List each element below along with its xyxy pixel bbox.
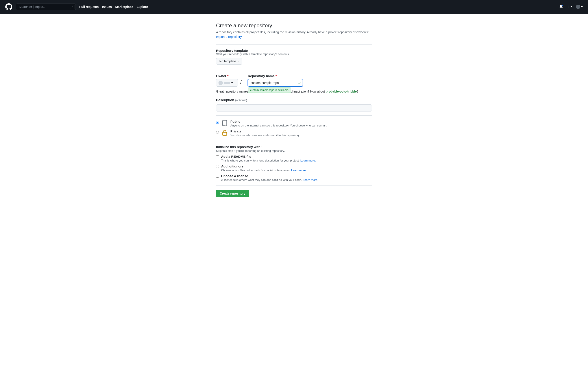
init-gitignore-checkbox[interactable] bbox=[216, 165, 219, 168]
template-select-button[interactable]: No template bbox=[216, 58, 242, 64]
owner-label: Owner * bbox=[216, 74, 242, 78]
repo-name-label: Repository name * bbox=[248, 74, 303, 78]
create-repository-button[interactable]: Create repository bbox=[216, 190, 249, 197]
page-subtitle: A repository contains all project files,… bbox=[216, 30, 372, 39]
owner-name-separator: / bbox=[240, 80, 242, 86]
nav-pull-requests[interactable]: Pull requests bbox=[79, 5, 99, 9]
search-box: / bbox=[16, 3, 76, 10]
owner-label-text: Owner bbox=[216, 74, 226, 78]
init-gitignore-desc: Choose which files not to track from a l… bbox=[221, 169, 306, 172]
search-input[interactable] bbox=[16, 3, 76, 10]
template-section-desc: Start your repository with a template re… bbox=[216, 53, 372, 56]
init-license-learn-more[interactable]: Learn more. bbox=[303, 178, 318, 182]
template-section-title: Repository template bbox=[216, 49, 372, 53]
visibility-private-title: Private bbox=[230, 129, 300, 133]
init-license-title: Choose a license bbox=[221, 174, 318, 178]
page-subtitle-text: A repository contains all project files,… bbox=[216, 30, 368, 34]
notifications-button[interactable] bbox=[559, 5, 563, 9]
divider bbox=[216, 141, 372, 141]
visibility-public-row: Public Anyone on the internet can see th… bbox=[216, 120, 372, 127]
user-menu[interactable] bbox=[576, 5, 583, 9]
create-new-menu[interactable] bbox=[567, 5, 572, 9]
divider bbox=[216, 185, 372, 186]
nav-issues[interactable]: Issues bbox=[102, 5, 112, 9]
divider bbox=[216, 70, 372, 70]
init-readme-learn-more[interactable]: Learn more. bbox=[300, 159, 316, 162]
required-star: * bbox=[227, 74, 229, 78]
visibility-private-desc: You choose who can see and commit to thi… bbox=[230, 134, 300, 137]
page-title: Create a new repository bbox=[216, 22, 372, 29]
nav-explore[interactable]: Explore bbox=[136, 5, 148, 9]
repo-icon bbox=[221, 120, 228, 126]
description-label: Description (optional) bbox=[216, 98, 372, 102]
init-readme-title: Add a README file bbox=[221, 155, 316, 158]
repo-name-field: Repository name * custom-sample-repo is … bbox=[248, 74, 303, 86]
init-section-title: Initialize this repository with: bbox=[216, 145, 372, 149]
main-content: Create a new repository A repository con… bbox=[212, 14, 376, 210]
github-logo-icon[interactable] bbox=[5, 3, 12, 10]
repo-name-label-text: Repository name bbox=[248, 74, 275, 78]
header-right bbox=[559, 5, 583, 9]
plus-icon bbox=[567, 5, 570, 9]
description-optional: (optional) bbox=[235, 98, 247, 102]
init-section-skip: Skip this step if you're importing an ex… bbox=[216, 149, 372, 152]
init-readme-desc: This is where you can write a long descr… bbox=[221, 159, 316, 162]
owner-select-button[interactable] bbox=[216, 79, 238, 86]
description-label-text: Description bbox=[216, 98, 234, 102]
lock-icon bbox=[221, 130, 228, 136]
inspiration-q: ? bbox=[357, 90, 358, 93]
visibility-public-desc: Anyone on the internet can see this repo… bbox=[230, 124, 327, 127]
init-gitignore-title: Add .gitignore bbox=[221, 164, 306, 168]
description-field: Description (optional) bbox=[216, 98, 372, 111]
import-repository-link[interactable]: Import a repository. bbox=[216, 35, 242, 39]
init-license-checkbox[interactable] bbox=[216, 175, 219, 178]
caret-down-icon bbox=[237, 61, 239, 62]
init-gitignore-desc-text: Choose which files not to track from a l… bbox=[221, 169, 291, 172]
visibility-private-row: Private You choose who can see and commi… bbox=[216, 129, 372, 137]
visibility-public-title: Public bbox=[230, 120, 327, 123]
visibility-public-radio[interactable] bbox=[216, 121, 219, 124]
caret-down-icon bbox=[581, 6, 583, 7]
template-select-label: No template bbox=[219, 60, 236, 63]
caret-down-icon bbox=[571, 6, 572, 7]
svg-rect-0 bbox=[223, 132, 227, 136]
owner-name-placeholder bbox=[224, 82, 230, 84]
owner-name-row: Owner * / Repository name * bbox=[216, 74, 372, 86]
init-readme-desc-text: This is where you can write a long descr… bbox=[221, 159, 300, 162]
divider bbox=[216, 44, 372, 45]
availability-tooltip: custom-sample-repo is available. bbox=[248, 87, 291, 93]
owner-field: Owner * / bbox=[216, 74, 242, 86]
nav-marketplace[interactable]: Marketplace bbox=[116, 5, 133, 9]
user-avatar bbox=[576, 5, 580, 9]
init-gitignore-row: Add .gitignore Choose which files not to… bbox=[216, 164, 372, 172]
init-gitignore-learn-more[interactable]: Learn more. bbox=[291, 169, 306, 172]
owner-avatar-placeholder bbox=[219, 81, 223, 85]
required-star: * bbox=[275, 74, 277, 78]
caret-down-icon bbox=[231, 82, 233, 83]
global-header: / Pull requests Issues Marketplace Explo… bbox=[0, 0, 588, 14]
primary-nav: Pull requests Issues Marketplace Explore bbox=[79, 5, 148, 9]
init-license-desc-text: A license tells others what they can and… bbox=[221, 178, 303, 182]
description-input[interactable] bbox=[216, 104, 372, 111]
search-shortcut-key: / bbox=[70, 5, 74, 9]
init-license-row: Choose a license A license tells others … bbox=[216, 174, 372, 182]
inspiration-text: Great repository names are short and mem… bbox=[216, 90, 372, 93]
check-icon bbox=[297, 81, 302, 85]
init-license-desc: A license tells others what they can and… bbox=[221, 178, 318, 182]
notification-indicator-dot bbox=[562, 4, 564, 6]
init-readme-row: Add a README file This is where you can … bbox=[216, 155, 372, 162]
inspiration-suggestion[interactable]: probable-octo-tribble bbox=[326, 90, 357, 93]
visibility-private-radio[interactable] bbox=[216, 131, 219, 134]
init-readme-checkbox[interactable] bbox=[216, 155, 219, 158]
repo-name-input[interactable] bbox=[248, 79, 303, 86]
